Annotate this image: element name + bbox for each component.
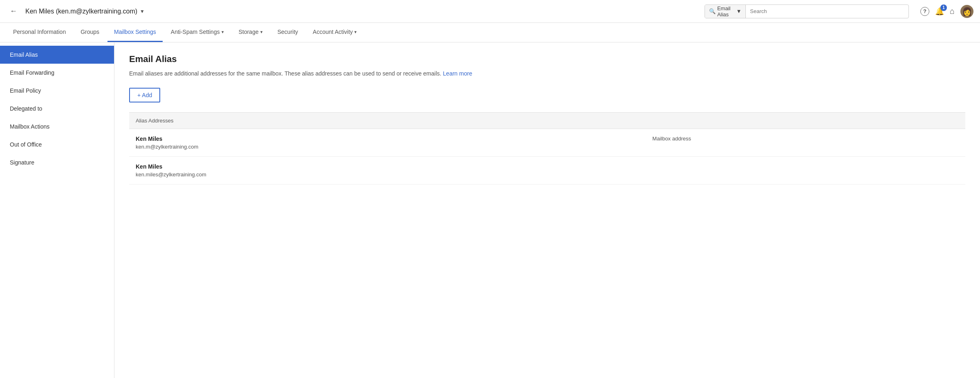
sidebar-item-signature[interactable]: Signature (0, 153, 114, 171)
sidebar: Email Alias Email Forwarding Email Polic… (0, 42, 114, 378)
search-icon: 🔍 (709, 8, 716, 14)
tab-groups[interactable]: Groups (74, 23, 106, 42)
header: ← Ken Miles (ken.m@zylkertraining.com) ▼… (0, 0, 980, 23)
tab-account-activity[interactable]: Account Activity ▾ (306, 23, 363, 42)
tab-navigation: Personal Information Groups Mailbox Sett… (0, 23, 980, 42)
sidebar-item-delegated-to[interactable]: Delegated to (0, 100, 114, 118)
alias-name-2: Ken Miles (136, 163, 639, 170)
tab-groups-label: Groups (81, 29, 99, 35)
learn-more-link[interactable]: Learn more (443, 70, 472, 77)
alias-entry-2: Ken Miles ken.miles@zylkertraining.com (129, 157, 646, 185)
tab-mailbox-settings[interactable]: Mailbox Settings (107, 23, 163, 42)
table-header-row: Alias Addresses (129, 113, 965, 129)
back-button[interactable]: ← (7, 5, 20, 17)
page-title: Email Alias (129, 54, 965, 64)
tab-account-activity-chevron-icon: ▾ (354, 29, 357, 35)
alias-email-2: ken.miles@zylkertraining.com (136, 171, 639, 178)
alias-name-1: Ken Miles (136, 136, 639, 142)
tab-anti-spam-settings[interactable]: Anti-Spam Settings ▾ (164, 23, 230, 42)
help-button[interactable]: ? (920, 7, 929, 16)
header-icons: ? 🔔 1 ⌂ 👩 (920, 5, 973, 18)
sidebar-item-delegated-to-label: Delegated to (10, 105, 42, 112)
table-row: Ken Miles ken.miles@zylkertraining.com (129, 157, 965, 185)
main-layout: Email Alias Email Forwarding Email Polic… (0, 42, 980, 378)
tab-personal-information[interactable]: Personal Information (7, 23, 72, 42)
tab-security-label: Security (277, 29, 298, 35)
header-chevron-icon: ▼ (140, 9, 145, 14)
table-header-alias-addresses: Alias Addresses (129, 113, 646, 129)
sidebar-item-out-of-office[interactable]: Out of Office (0, 136, 114, 153)
avatar-image: 👩 (962, 7, 972, 16)
header-search: 🔍 Email Alias ▼ (705, 4, 909, 18)
alias-email-1: ken.m@zylkertraining.com (136, 144, 639, 150)
alias-entry-1: Ken Miles ken.m@zylkertraining.com (129, 129, 646, 157)
sidebar-item-email-alias[interactable]: Email Alias (0, 46, 114, 64)
sidebar-item-signature-label: Signature (10, 159, 34, 166)
sidebar-item-email-alias-label: Email Alias (10, 51, 38, 58)
tab-anti-spam-settings-label: Anti-Spam Settings (171, 29, 220, 35)
sidebar-item-mailbox-actions[interactable]: Mailbox Actions (0, 118, 114, 136)
tab-mailbox-settings-label: Mailbox Settings (114, 29, 156, 35)
home-button[interactable]: ⌂ (950, 7, 955, 16)
notification-button[interactable]: 🔔 1 (935, 7, 944, 16)
help-icon: ? (920, 7, 929, 16)
sidebar-item-email-forwarding[interactable]: Email Forwarding (0, 64, 114, 82)
tab-security[interactable]: Security (271, 23, 305, 42)
table-header-type (646, 113, 965, 129)
tab-storage[interactable]: Storage ▾ (232, 23, 269, 42)
tab-storage-label: Storage (239, 29, 259, 35)
header-title[interactable]: Ken Miles (ken.m@zylkertraining.com) ▼ (25, 8, 145, 15)
search-dropdown-label: Email Alias (717, 5, 734, 18)
header-title-text: Ken Miles (ken.m@zylkertraining.com) (25, 8, 137, 15)
sidebar-item-email-forwarding-label: Email Forwarding (10, 69, 54, 76)
alias-table: Alias Addresses Ken Miles ken.m@zylkertr… (129, 112, 965, 185)
tab-anti-spam-chevron-icon: ▾ (222, 29, 224, 35)
content-area: Email Alias Email aliases are additional… (114, 42, 980, 378)
alias-type-2 (646, 157, 965, 185)
sidebar-item-email-policy[interactable]: Email Policy (0, 82, 114, 100)
tab-personal-information-label: Personal Information (13, 29, 66, 35)
notification-badge: 1 (940, 4, 947, 11)
description-text: Email aliases are additional addresses f… (129, 70, 441, 77)
avatar[interactable]: 👩 (960, 5, 973, 18)
sidebar-item-mailbox-actions-label: Mailbox Actions (10, 123, 49, 130)
search-dropdown-chevron-icon: ▼ (736, 8, 741, 14)
sidebar-item-email-policy-label: Email Policy (10, 87, 41, 94)
search-input[interactable] (746, 8, 908, 14)
tab-account-activity-label: Account Activity (313, 29, 353, 35)
back-icon: ← (10, 7, 17, 16)
alias-type-1: Mailbox address (646, 129, 965, 157)
search-dropdown[interactable]: 🔍 Email Alias ▼ (705, 5, 746, 18)
table-row: Ken Miles ken.m@zylkertraining.com Mailb… (129, 129, 965, 157)
content-description: Email aliases are additional addresses f… (129, 69, 965, 78)
sidebar-item-out-of-office-label: Out of Office (10, 141, 42, 148)
add-alias-button[interactable]: + Add (129, 88, 160, 102)
tab-storage-chevron-icon: ▾ (260, 29, 263, 35)
home-icon: ⌂ (950, 7, 955, 16)
